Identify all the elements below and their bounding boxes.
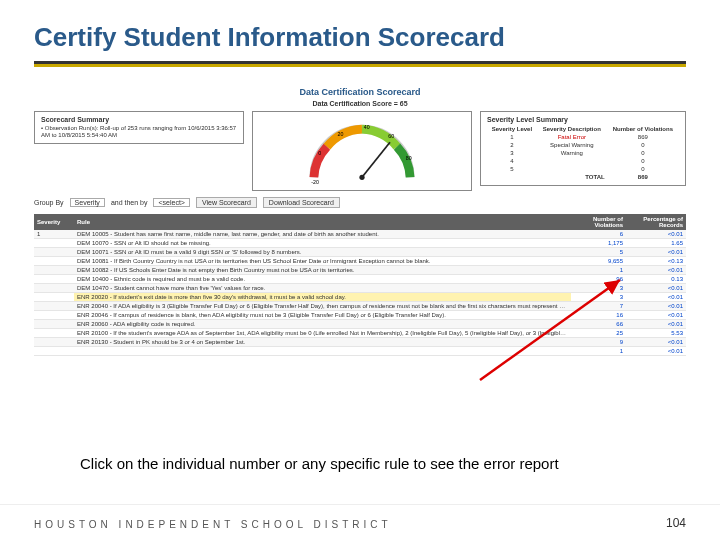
sev-desc bbox=[537, 165, 607, 173]
sev-h-num: Number of Violations bbox=[607, 125, 679, 133]
table-row: DEM 10400 - Ethnic code is required and … bbox=[34, 275, 686, 284]
summary-text: • Observation Run(s): Roll-up of 253 run… bbox=[41, 125, 237, 139]
gauge-panel: -20 0 20 40 60 80 bbox=[252, 111, 472, 191]
sev-num: 0 bbox=[607, 165, 679, 173]
rule-violations[interactable]: 3 bbox=[571, 284, 626, 293]
severity-table: Severity Level Severity Description Numb… bbox=[487, 125, 679, 181]
andthenby-select[interactable]: <select> bbox=[153, 198, 189, 207]
severity-title: Severity Level Summary bbox=[487, 116, 679, 123]
sev-h-level: Severity Level bbox=[487, 125, 537, 133]
summary-title: Scorecard Summary bbox=[41, 116, 237, 123]
sev-total-val: 869 bbox=[607, 173, 679, 181]
svg-text:80: 80 bbox=[406, 155, 412, 161]
rule-sev bbox=[34, 329, 74, 338]
rule-sev bbox=[34, 284, 74, 293]
rule-violations[interactable]: 6 bbox=[571, 230, 626, 239]
sev-level: 5 bbox=[487, 165, 537, 173]
sev-num: 869 bbox=[607, 133, 679, 141]
page-number: 104 bbox=[666, 516, 686, 530]
sev-level: 1 bbox=[487, 133, 537, 141]
sev-total-label: TOTAL bbox=[537, 173, 607, 181]
rule-pct[interactable]: <0.01 bbox=[626, 293, 686, 302]
table-row: ENR 20020 - If student's exit date is mo… bbox=[34, 293, 686, 302]
rule-violations[interactable]: 66 bbox=[571, 320, 626, 329]
rule-text[interactable]: DEM 10470 - Student cannot have more tha… bbox=[74, 284, 571, 293]
rule-violations[interactable]: 16 bbox=[571, 311, 626, 320]
severity-row: 50 bbox=[487, 165, 679, 173]
rule-pct[interactable]: 0.13 bbox=[626, 275, 686, 284]
table-row: DEM 10081 - If Birth Country Country is … bbox=[34, 257, 686, 266]
rule-sev bbox=[34, 239, 74, 248]
sev-num: 0 bbox=[607, 149, 679, 157]
table-row: ENR 20046 - If campus of residence is bl… bbox=[34, 311, 686, 320]
rule-violations[interactable]: 3 bbox=[571, 293, 626, 302]
rule-text[interactable]: ENR 20130 - Student in PK should be 3 or… bbox=[74, 338, 571, 347]
rule-pct[interactable]: 1.65 bbox=[626, 239, 686, 248]
rule-text[interactable] bbox=[74, 347, 571, 356]
rule-text[interactable]: ENR 20060 - ADA eligibility code is requ… bbox=[74, 320, 571, 329]
table-row: 1<0.01 bbox=[34, 347, 686, 356]
rule-sev bbox=[34, 266, 74, 275]
sev-num: 0 bbox=[607, 157, 679, 165]
footer: HOUSTON INDEPENDENT SCHOOL DISTRICT 104 bbox=[0, 504, 720, 540]
rule-text[interactable]: DEM 10081 - If Birth Country Country is … bbox=[74, 257, 571, 266]
rule-violations[interactable]: 5 bbox=[571, 248, 626, 257]
sev-desc: Fatal Error bbox=[537, 133, 607, 141]
rule-violations[interactable]: 25 bbox=[571, 329, 626, 338]
sev-desc: Special Warning bbox=[537, 141, 607, 149]
rule-text[interactable]: DEM 10005 - Student has same first name,… bbox=[74, 230, 571, 239]
rule-pct[interactable]: <0.01 bbox=[626, 302, 686, 311]
rule-violations[interactable]: 1,175 bbox=[571, 239, 626, 248]
rule-text[interactable]: ENR 20046 - If campus of residence is bl… bbox=[74, 311, 571, 320]
rule-violations[interactable]: 1 bbox=[571, 266, 626, 275]
rule-violations[interactable]: 96 bbox=[571, 275, 626, 284]
svg-text:40: 40 bbox=[364, 124, 370, 130]
rule-text[interactable]: ENR 20040 - If ADA eligibility is 3 (Eli… bbox=[74, 302, 571, 311]
svg-text:0: 0 bbox=[318, 150, 321, 156]
rule-text[interactable]: ENR 20100 - If the student's average ADA… bbox=[74, 329, 571, 338]
rule-pct[interactable]: <0.01 bbox=[626, 320, 686, 329]
rule-pct[interactable]: <0.01 bbox=[626, 347, 686, 356]
table-row: ENR 20130 - Student in PK should be 3 or… bbox=[34, 338, 686, 347]
rule-pct[interactable]: <0.01 bbox=[626, 248, 686, 257]
svg-point-1 bbox=[359, 175, 364, 180]
rule-sev bbox=[34, 275, 74, 284]
rules-h-pr: Percentage of Records bbox=[626, 214, 686, 230]
rule-violations[interactable]: 9 bbox=[571, 338, 626, 347]
rule-pct[interactable]: 5.53 bbox=[626, 329, 686, 338]
table-row: 1DEM 10005 - Student has same first name… bbox=[34, 230, 686, 239]
table-row: DEM 10070 - SSN or Alt ID should not be … bbox=[34, 239, 686, 248]
rule-text[interactable]: DEM 10071 - SSN or Alt ID must be a vali… bbox=[74, 248, 571, 257]
rule-violations[interactable]: 9,655 bbox=[571, 257, 626, 266]
groupby-select[interactable]: Severity bbox=[70, 198, 105, 207]
gauge-icon: -20 0 20 40 60 80 bbox=[292, 116, 432, 186]
rule-pct[interactable]: <0.01 bbox=[626, 284, 686, 293]
rule-text[interactable]: DEM 10070 - SSN or Alt ID should not be … bbox=[74, 239, 571, 248]
rule-pct[interactable]: <0.13 bbox=[626, 257, 686, 266]
severity-panel: Severity Level Summary Severity Level Se… bbox=[480, 111, 686, 186]
sev-level: 2 bbox=[487, 141, 537, 149]
controls-row: Group By Severity and then by <select> V… bbox=[34, 197, 686, 208]
download-scorecard-button[interactable]: Download Scorecard bbox=[263, 197, 340, 208]
slide-title: Certify Student Information Scorecard bbox=[34, 22, 686, 53]
rule-pct[interactable]: <0.01 bbox=[626, 338, 686, 347]
groupby-label: Group By bbox=[34, 199, 64, 206]
sev-num: 0 bbox=[607, 141, 679, 149]
rule-text[interactable]: DEM 10400 - Ethnic code is required and … bbox=[74, 275, 571, 284]
svg-text:-20: -20 bbox=[311, 179, 319, 185]
rules-table: Severity Rule Number of Violations Perce… bbox=[34, 214, 686, 356]
scorecard-score: Data Certification Score = 65 bbox=[34, 100, 686, 107]
sev-level: 4 bbox=[487, 157, 537, 165]
view-scorecard-button[interactable]: View Scorecard bbox=[196, 197, 257, 208]
rule-violations[interactable]: 1 bbox=[571, 347, 626, 356]
rule-text[interactable]: DEM 10082 - If US Schools Enter Date is … bbox=[74, 266, 571, 275]
rule-pct[interactable]: <0.01 bbox=[626, 230, 686, 239]
sev-desc bbox=[537, 157, 607, 165]
severity-row: 40 bbox=[487, 157, 679, 165]
table-row: DEM 10470 - Student cannot have more tha… bbox=[34, 284, 686, 293]
rule-pct[interactable]: <0.01 bbox=[626, 311, 686, 320]
rule-sev bbox=[34, 257, 74, 266]
rule-pct[interactable]: <0.01 bbox=[626, 266, 686, 275]
rule-text[interactable]: ENR 20020 - If student's exit date is mo… bbox=[74, 293, 571, 302]
rule-violations[interactable]: 7 bbox=[571, 302, 626, 311]
